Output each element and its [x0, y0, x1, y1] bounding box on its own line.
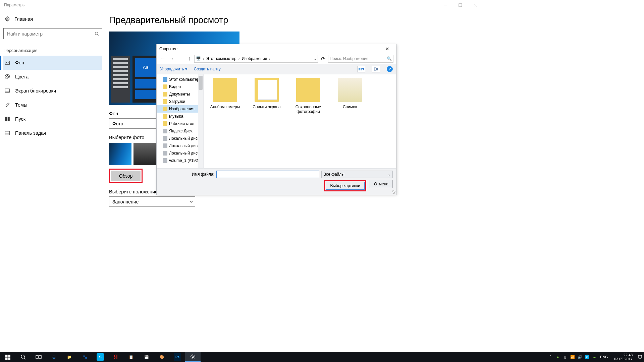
- breadcrumb-item[interactable]: Изображения: [242, 56, 267, 61]
- svg-point-4: [7, 18, 8, 20]
- tree-scrollbar[interactable]: [198, 74, 203, 168]
- brush-icon: [4, 102, 10, 108]
- nav-label: Панель задач: [15, 130, 46, 136]
- preview-pane-button[interactable]: [372, 66, 380, 72]
- fit-combo[interactable]: Заполнение: [109, 196, 195, 207]
- up-button[interactable]: ↑: [185, 55, 193, 62]
- file-list[interactable]: Альбом камеры Снимки экрана Сохраненные …: [204, 74, 396, 168]
- fit-value: Заполнение: [112, 199, 139, 204]
- new-folder-button[interactable]: Создать папку: [194, 67, 221, 71]
- cancel-button[interactable]: Отмена: [370, 180, 393, 188]
- svg-rect-11: [5, 89, 10, 92]
- chevron-down-icon: [190, 200, 193, 203]
- tree-item-selected: Изображения: [157, 105, 203, 113]
- tree-item: Видео: [157, 83, 203, 90]
- browse-button[interactable]: Обзор: [111, 171, 141, 181]
- dialog-search[interactable]: Поиск: Изображения 🔍: [328, 55, 393, 63]
- monitor-icon: [4, 88, 10, 94]
- window-titlebar: Параметры: [0, 0, 483, 10]
- chevron-down-icon: ⌄: [387, 172, 391, 177]
- gear-icon: [4, 16, 10, 22]
- svg-rect-1: [459, 4, 462, 7]
- folder-tree[interactable]: Этот компьютер Видео Документы Загрузки …: [157, 74, 204, 168]
- filetype-combo[interactable]: Все файлы ⌄: [321, 171, 393, 178]
- tree-item: Локальный диск: [157, 142, 203, 149]
- nav-item-themes[interactable]: Темы: [3, 98, 102, 112]
- nav-item-lockscreen[interactable]: Экран блокировки: [3, 84, 102, 98]
- maximize-button[interactable]: [453, 0, 468, 10]
- resize-grip[interactable]: [392, 190, 395, 194]
- nav-label: Пуск: [15, 116, 25, 122]
- svg-rect-15: [5, 119, 7, 121]
- nav-label: Темы: [15, 102, 28, 108]
- palette-icon: [4, 74, 10, 80]
- file-item[interactable]: Сохраненные фотографии: [292, 78, 324, 114]
- search-placeholder: Поиск: Изображения: [330, 56, 387, 61]
- file-item[interactable]: Снимок: [334, 78, 366, 109]
- nav-label: Экран блокировки: [15, 88, 56, 94]
- search-input[interactable]: [7, 31, 95, 37]
- dialog-title: Открытие: [159, 47, 177, 51]
- svg-rect-14: [8, 117, 10, 119]
- tree-item: Документы: [157, 90, 203, 98]
- filename-label: Имя файла:: [160, 172, 214, 177]
- close-button[interactable]: [468, 0, 483, 10]
- svg-rect-22: [361, 69, 362, 70]
- tree-item: Рабочий стол: [157, 120, 203, 127]
- view-mode-button[interactable]: ▾: [357, 66, 365, 72]
- help-button[interactable]: ?: [387, 66, 393, 72]
- nav-item-background[interactable]: Фон: [3, 56, 102, 70]
- filetype-value: Все файлы: [323, 172, 344, 177]
- svg-rect-13: [5, 117, 7, 119]
- dialog-close-button[interactable]: ✕: [381, 46, 393, 52]
- tree-item: volume_1 (\\192: [157, 157, 203, 164]
- filename-input[interactable]: [216, 171, 319, 178]
- refresh-button[interactable]: ⟳: [319, 55, 327, 62]
- highlight-browse: Обзор: [109, 169, 143, 183]
- photo-thumb[interactable]: [109, 143, 131, 165]
- pc-icon: 🖥️: [196, 56, 201, 61]
- tree-item: Локальный диск: [157, 135, 203, 142]
- nav-item-taskbar[interactable]: Панель задач: [3, 126, 102, 140]
- breadcrumb-item[interactable]: Этот компьютер: [206, 56, 236, 61]
- nav-item-start[interactable]: Пуск: [3, 112, 102, 126]
- back-button[interactable]: ←: [159, 55, 167, 62]
- file-item[interactable]: Альбом камеры: [209, 78, 241, 109]
- background-value: Фото: [112, 121, 123, 126]
- breadcrumb[interactable]: 🖥️› Этот компьютер› Изображения› ⌄: [194, 55, 318, 63]
- dialog-address-bar: ← → ↑ 🖥️› Этот компьютер› Изображения› ⌄…: [157, 54, 396, 64]
- svg-rect-24: [376, 68, 378, 70]
- home-label: Главная: [14, 16, 33, 22]
- svg-rect-21: [359, 69, 360, 70]
- tree-item: Этот компьютер: [157, 76, 203, 83]
- svg-rect-16: [8, 119, 10, 121]
- file-item[interactable]: Снимки экрана: [251, 78, 283, 109]
- svg-point-9: [7, 75, 8, 76]
- nav-item-colors[interactable]: Цвета: [3, 70, 102, 84]
- svg-point-5: [95, 32, 98, 35]
- file-open-dialog: Открытие ✕ ← → ↑ 🖥️› Этот компьютер› Изо…: [156, 44, 396, 195]
- dialog-titlebar: Открытие ✕: [157, 44, 396, 54]
- svg-point-8: [6, 76, 7, 77]
- svg-line-6: [98, 34, 99, 35]
- recent-button[interactable]: [177, 55, 184, 62]
- svg-rect-20: [361, 68, 362, 69]
- open-button[interactable]: Выбор картинки: [326, 182, 365, 190]
- organize-button[interactable]: Упорядочить ▾: [160, 67, 187, 71]
- nav-label: Цвета: [15, 74, 29, 79]
- home-button[interactable]: Главная: [3, 13, 102, 25]
- search-settings[interactable]: [3, 28, 102, 39]
- forward-button[interactable]: →: [168, 55, 175, 62]
- minimize-button[interactable]: [438, 0, 453, 10]
- svg-rect-19: [359, 68, 360, 69]
- search-icon: [95, 32, 99, 36]
- chevron-down-icon[interactable]: ⌄: [314, 56, 317, 61]
- highlight-primary: Выбор картинки: [324, 180, 366, 191]
- page-title: Предварительный просмотр: [109, 15, 480, 25]
- photo-thumb[interactable]: [133, 143, 156, 165]
- nav-label: Фон: [15, 60, 24, 65]
- section-label: Персонализация: [3, 48, 102, 53]
- tree-item: Локальный диск: [157, 149, 203, 157]
- sample-text: Aa: [135, 58, 156, 77]
- dialog-toolbar: Упорядочить ▾ Создать папку ▾ ?: [157, 64, 396, 74]
